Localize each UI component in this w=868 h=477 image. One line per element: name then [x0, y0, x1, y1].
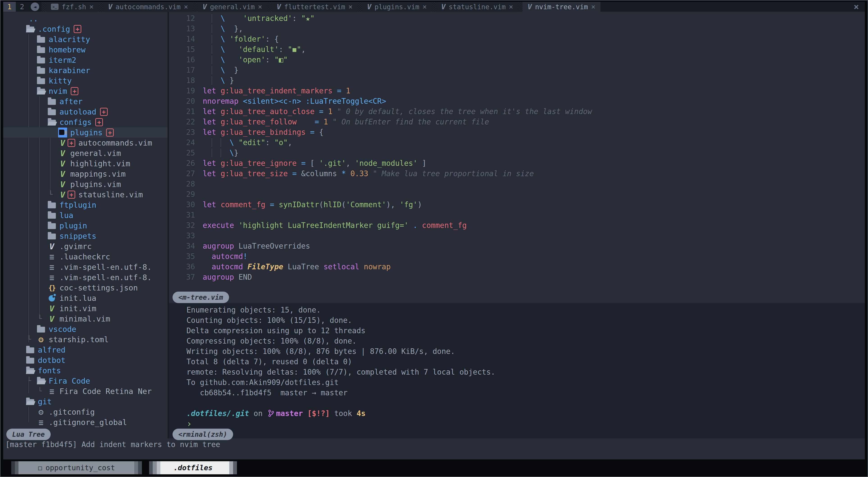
code-line[interactable]: 32execute 'highlight LuaTreeIndentMarker… [169, 220, 865, 230]
tree-label: autocommands.vim [79, 138, 152, 147]
code-line[interactable]: 21let g:lua_tree_auto_close = 1 " 0 by d… [169, 106, 865, 116]
code-line[interactable]: 28 [169, 179, 865, 189]
close-all-icon[interactable]: × [848, 2, 865, 12]
tree-row[interactable]: {}coc-settings.json [3, 283, 167, 293]
tree-row[interactable]: vscode [3, 324, 167, 334]
code-line[interactable]: 33 [169, 230, 865, 241]
tree-row[interactable]: .config+ [3, 24, 167, 34]
tree-row[interactable]: ≡.luacheckrc [3, 251, 167, 262]
code-line[interactable]: 18 ▏ \ } [169, 75, 865, 86]
tab-fluttertest.vim[interactable]: Vfluttertest.vim× [272, 2, 358, 12]
code-line[interactable]: 29 [169, 189, 865, 199]
code-line[interactable]: 31 [169, 210, 865, 220]
tmux-window-.dotfiles[interactable]: .dotfiles [149, 461, 237, 474]
tabpage-1[interactable]: 1 [3, 2, 16, 12]
tab-close-icon[interactable]: × [509, 2, 513, 11]
code-line[interactable]: 23let g:lua_tree_bindings = { [169, 127, 865, 137]
tree-row[interactable]: └Fira Code [3, 376, 167, 386]
tree-row[interactable]: └Vminimal.vim [3, 314, 167, 324]
tree-row[interactable]: fonts [3, 365, 167, 376]
code-text: augroup END [203, 273, 252, 281]
tree-row[interactable]: V.gvimrc [3, 241, 167, 251]
code-line[interactable]: 25 ▏ ▏ \} [169, 147, 865, 158]
tree-label: .gitignore_global [49, 418, 127, 427]
tree-row[interactable]: plugins+ [3, 127, 167, 138]
tree-row[interactable]: Vgeneral.vim [3, 148, 167, 159]
code-line[interactable]: 35 autocmd! [169, 251, 865, 262]
code-line[interactable]: 20nnoremap <silent><c-n> :LuaTreeToggle<… [169, 96, 865, 106]
code-line[interactable]: 17 ▏ \ } [169, 65, 865, 75]
tree-row[interactable]: ≡.vim-spell-en.utf-8. [3, 272, 167, 283]
tree-row[interactable]: .. [3, 13, 167, 24]
tree-row[interactable]: autoload+ [3, 107, 167, 117]
tab-close-icon[interactable]: × [89, 2, 93, 11]
tree-row[interactable]: ftplugin [3, 200, 167, 210]
code-line[interactable]: 22let g:lua_tree_follow = 1 " On bufEnte… [169, 116, 865, 127]
tree-row[interactable]: lua [3, 210, 167, 220]
tree-row[interactable]: V+autocommands.vim [3, 138, 167, 148]
tabpage-2[interactable]: 2 [16, 2, 28, 12]
tree-row[interactable]: Vhighlight.vim [3, 159, 167, 169]
code-line[interactable]: 36 autocmd FileType LuaTree setlocal now… [169, 262, 865, 272]
tab-general.vim[interactable]: Vgeneral.vim× [197, 2, 267, 12]
code-line[interactable]: 12 ▏ \ 'untracked': "★" [169, 13, 865, 24]
line-number: 34 [169, 242, 203, 250]
tab-label: fluttertest.vim [284, 3, 345, 11]
tree-row[interactable]: nvim+ [3, 86, 167, 96]
tree-row[interactable]: └⚙starship.toml [3, 334, 167, 345]
terminal-pane: Enumerating objects: 15, done.Counting o… [169, 303, 865, 438]
tab-bar: 1 2 ◄ >_fzf.sh×Vautocommands.vim×Vgenera… [3, 2, 865, 12]
tab-label: fzf.sh [62, 3, 86, 11]
tree-row[interactable]: configs+ [3, 117, 167, 127]
code-line[interactable]: 27let g:lua_tree_size = &columns * 0.33 … [169, 168, 865, 179]
tab-close-icon[interactable]: × [184, 2, 188, 11]
tree-row[interactable]: ≡.gitignore_global [3, 417, 167, 428]
code-line[interactable]: 16 ▏ \ 'open': "◧" [169, 55, 865, 65]
tree-row[interactable]: Vplugins.vim [3, 179, 167, 190]
tab-nvim-tree.vim[interactable]: Vnvim-tree.vim× [523, 2, 600, 12]
tab-fzf.sh[interactable]: >_fzf.sh× [46, 2, 99, 12]
code-line[interactable]: 14 ▏ \ 'folder': { [169, 34, 865, 44]
tab-statusline.vim[interactable]: Vstatusline.vim× [436, 2, 518, 12]
tab-autocommands.vim[interactable]: Vautocommands.vim× [103, 2, 193, 12]
tree-row[interactable]: homebrew [3, 44, 167, 55]
tree-row[interactable]: Vmappings.vim [3, 169, 167, 179]
tab-plugins.vim[interactable]: Vplugins.vim× [362, 2, 432, 12]
tmux-window-opportunity_cost[interactable]: □opportunity_cost [11, 461, 142, 474]
vim-icon: V [47, 314, 56, 323]
tree-row[interactable]: after [3, 96, 167, 107]
tree-row[interactable]: Vinit.vim [3, 303, 167, 314]
tree-row[interactable]: └≡Fira Code Retina Ner [3, 386, 167, 397]
back-circle-icon[interactable]: ◄ [31, 2, 39, 11]
tree-row[interactable]: karabiner [3, 65, 167, 76]
tree-row[interactable]: git [3, 397, 167, 407]
code-line[interactable]: 37augroup END [169, 272, 865, 282]
code-line[interactable]: 34augroup LuaTreeOverrides [169, 241, 865, 251]
folder-open-icon [36, 88, 45, 95]
tree-row[interactable]: snippets [3, 231, 167, 241]
code-line[interactable]: 26let g:lua_tree_ignore = [ '.git', 'nod… [169, 158, 865, 168]
tree-row[interactable]: ⚙.gitconfig [3, 407, 167, 417]
folder-icon [47, 233, 56, 239]
tree-row[interactable]: dotbot [3, 355, 167, 365]
code-text: let g:lua_tree_indent_markers = 1 [203, 87, 350, 95]
line-number: 23 [169, 128, 203, 137]
tree-row[interactable]: iterm2 [3, 55, 167, 65]
code-line[interactable]: 19let g:lua_tree_indent_markers = 1 [169, 86, 865, 96]
tree-row[interactable]: ≡.vim-spell-en.utf-8. [3, 262, 167, 272]
tab-close-icon[interactable]: × [423, 2, 427, 11]
tab-close-icon[interactable]: × [591, 2, 595, 11]
tree-row[interactable]: └V+statusline.vim [3, 190, 167, 200]
tree-row[interactable]: alfred [3, 345, 167, 355]
tab-close-icon[interactable]: × [258, 2, 262, 11]
code-line[interactable]: 13 ▏ \ }, [169, 24, 865, 34]
tree-row[interactable]: init.lua [3, 293, 167, 303]
line-number: 30 [169, 200, 203, 209]
code-line[interactable]: 24 ▏ ▏ \ "edit": "o", [169, 137, 865, 147]
tree-row[interactable]: alacritty [3, 34, 167, 44]
code-line[interactable]: 15 ▏ \ 'default': "◼", [169, 44, 865, 55]
tab-close-icon[interactable]: × [348, 2, 353, 11]
tree-row[interactable]: plugin [3, 220, 167, 231]
tree-row[interactable]: kitty [3, 76, 167, 86]
code-line[interactable]: 30let comment_fg = synIDattr(hlID('Comme… [169, 199, 865, 210]
